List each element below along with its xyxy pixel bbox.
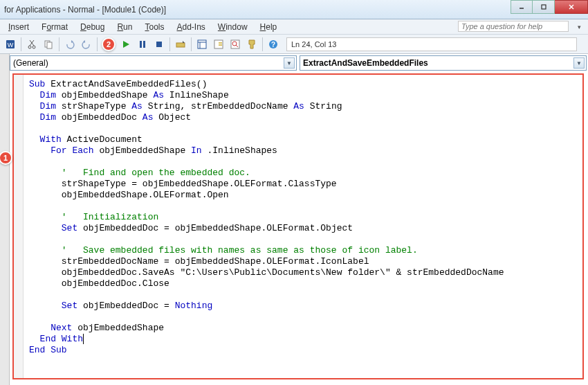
toolbar-status: Ln 24, Col 13 xyxy=(286,37,577,51)
svg-rect-20 xyxy=(198,40,206,48)
svg-point-6 xyxy=(28,46,31,48)
svg-rect-17 xyxy=(156,42,162,47)
minimize-icon xyxy=(518,3,525,10)
close-icon xyxy=(568,3,575,10)
menu-dropdown-icon[interactable]: ▾ xyxy=(578,24,581,30)
undo-icon xyxy=(64,39,75,50)
object-dropdown[interactable]: (General) ▼ xyxy=(10,55,297,71)
svg-rect-25 xyxy=(219,44,222,46)
maximize-icon xyxy=(540,3,547,10)
menu-run[interactable]: Run xyxy=(111,21,138,33)
dropdown-arrow-icon: ▼ xyxy=(284,57,295,69)
word-icon: W xyxy=(5,39,16,50)
callout-2: 2 xyxy=(102,37,116,51)
menu-debug[interactable]: Debug xyxy=(75,21,110,33)
copy-button[interactable] xyxy=(41,37,56,52)
menu-bar: Insert Format Debug Run Tools Add-Ins Wi… xyxy=(0,19,588,35)
code-editor[interactable]: Sub ExtractAndSaveEmbeddedFiles() Dim ob… xyxy=(12,73,584,379)
undo-button[interactable] xyxy=(62,37,77,52)
window-controls xyxy=(511,0,588,14)
object-browser-button[interactable] xyxy=(228,37,243,52)
design-mode-button[interactable] xyxy=(173,37,188,52)
pause-icon xyxy=(137,39,148,50)
callout-1: 1 xyxy=(0,151,12,165)
svg-rect-24 xyxy=(219,42,222,44)
title-bar: for Applications - Normal - [Module1 (Co… xyxy=(0,0,588,19)
code-margin xyxy=(14,75,24,378)
cut-icon xyxy=(26,39,37,50)
svg-text:W: W xyxy=(8,42,14,48)
help-search xyxy=(458,21,569,32)
workspace: (General) ▼ ExtractAndSaveEmbeddedFiles … xyxy=(0,54,588,385)
svg-rect-18 xyxy=(176,43,185,47)
left-gutter xyxy=(0,54,10,385)
redo-button[interactable] xyxy=(79,37,94,52)
copy-icon xyxy=(43,39,54,50)
help-icon: ? xyxy=(268,39,279,50)
run-button[interactable] xyxy=(118,37,134,52)
svg-rect-15 xyxy=(140,41,142,48)
view-word-button[interactable]: W xyxy=(3,37,18,52)
toolbox-icon xyxy=(246,39,257,50)
svg-rect-11 xyxy=(47,42,52,48)
maximize-button[interactable] xyxy=(533,0,555,14)
separator xyxy=(21,37,21,51)
stop-button[interactable] xyxy=(151,37,167,52)
help-search-input[interactable] xyxy=(458,21,569,32)
menu-addins[interactable]: Add-Ins xyxy=(171,21,210,33)
dropdown-arrow-icon: ▼ xyxy=(573,57,585,69)
code-content: Sub ExtractAndSaveEmbeddedFiles() Dim ob… xyxy=(29,79,580,356)
project-explorer-button[interactable] xyxy=(194,37,210,52)
menu-tools[interactable]: Tools xyxy=(139,21,169,33)
toolbox-button[interactable] xyxy=(244,37,259,52)
svg-rect-1 xyxy=(542,5,546,9)
separator xyxy=(262,37,263,51)
redo-icon xyxy=(81,39,92,50)
toolbar: W 2 ? Ln 24, Col 13 xyxy=(0,35,588,54)
procedure-dropdown-value: ExtractAndSaveEmbeddedFiles xyxy=(303,58,428,68)
stop-icon xyxy=(154,39,165,50)
menu-help[interactable]: Help xyxy=(255,21,283,33)
properties-icon xyxy=(213,39,224,50)
code-dropdowns: (General) ▼ ExtractAndSaveEmbeddedFiles … xyxy=(10,55,587,71)
menu-window[interactable]: Window xyxy=(212,21,253,33)
separator xyxy=(97,37,98,51)
project-icon xyxy=(196,39,208,50)
properties-button[interactable] xyxy=(211,37,226,52)
separator xyxy=(169,37,170,51)
svg-text:?: ? xyxy=(271,41,275,48)
svg-marker-14 xyxy=(123,41,129,48)
design-icon xyxy=(175,39,186,50)
browser-icon xyxy=(230,39,241,50)
svg-point-7 xyxy=(33,46,35,48)
help-button[interactable]: ? xyxy=(266,37,281,52)
window-title: for Applications - Normal - [Module1 (Co… xyxy=(4,5,166,15)
menu-insert[interactable]: Insert xyxy=(3,21,35,33)
pause-button[interactable] xyxy=(135,37,150,52)
svg-rect-16 xyxy=(143,41,145,48)
minimize-button[interactable] xyxy=(511,0,533,14)
object-dropdown-value: (General) xyxy=(13,58,48,68)
svg-marker-19 xyxy=(183,41,185,43)
close-button[interactable] xyxy=(555,0,588,14)
run-icon xyxy=(120,39,131,50)
separator xyxy=(191,37,192,51)
menu-format[interactable]: Format xyxy=(36,21,73,33)
cut-button[interactable] xyxy=(24,37,39,52)
separator xyxy=(59,37,59,51)
procedure-dropdown[interactable]: ExtractAndSaveEmbeddedFiles ▼ xyxy=(300,55,587,71)
